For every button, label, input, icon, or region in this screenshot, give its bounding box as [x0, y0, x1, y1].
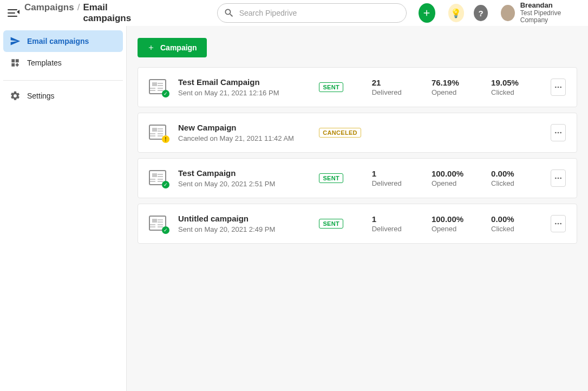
lightbulb-icon: 💡 — [450, 8, 461, 18]
stat-label: Opened — [432, 88, 480, 96]
status-badge: SENT — [319, 173, 343, 183]
svg-point-4 — [558, 132, 559, 134]
user-menu[interactable]: Breandan Test Pipedrive Company — [501, 2, 580, 25]
svg-point-1 — [558, 87, 559, 88]
stat-label: Clicked — [491, 225, 540, 233]
more-horizontal-icon — [554, 83, 563, 92]
stat-delivered: 1Delivered — [372, 214, 421, 233]
new-campaign-label: Campaign — [160, 43, 197, 52]
sidebar-item-label: Settings — [27, 92, 55, 100]
status-badge: SENT — [319, 219, 343, 229]
status-col: CANCELED — [319, 128, 361, 138]
campaign-card[interactable]: ✓Test Email CampaignSent on May 21, 2021… — [138, 67, 577, 107]
more-options-button[interactable] — [551, 124, 566, 141]
sidebar-item-templates[interactable]: Templates — [3, 52, 123, 74]
status-col: SENT — [319, 173, 361, 183]
svg-point-0 — [555, 87, 557, 88]
user-text: Breandan Test Pipedrive Company — [520, 2, 580, 25]
campaign-card[interactable]: ✓Untitled campaignSent on May 20, 2021 2… — [138, 204, 577, 244]
svg-point-11 — [560, 223, 561, 225]
stat-value: 21 — [372, 78, 421, 87]
stat-value: 0.00% — [491, 169, 540, 178]
gear-icon — [10, 90, 21, 101]
campaign-icon: ✓ — [149, 79, 167, 95]
sidebar-item-settings[interactable]: Settings — [3, 85, 123, 107]
more-horizontal-icon — [554, 174, 563, 183]
more-options-button[interactable] — [551, 79, 566, 96]
campaign-main: Test CampaignSent on May 20, 2021 2:51 P… — [178, 168, 308, 188]
svg-point-8 — [560, 178, 561, 179]
stat-clicked: 19.05%Clicked — [491, 78, 540, 96]
menu-toggle-icon[interactable] — [8, 7, 18, 19]
status-badge: SENT — [319, 82, 343, 92]
svg-point-10 — [558, 223, 559, 225]
send-icon — [10, 36, 21, 47]
check-icon: ✓ — [162, 226, 169, 234]
main-content: Campaign ✓Test Email CampaignSent on May… — [127, 26, 588, 391]
more-horizontal-icon — [554, 219, 563, 228]
sidebar-item-label: Email campaigns — [27, 37, 89, 45]
campaign-subtitle: Canceled on May 21, 2021 11:42 AM — [178, 134, 308, 142]
check-icon: ✓ — [162, 181, 169, 188]
status-col: SENT — [319, 219, 361, 229]
status-badge: CANCELED — [319, 128, 361, 138]
campaign-title: New Campaign — [178, 123, 308, 132]
campaign-title: Test Email Campaign — [178, 77, 308, 87]
more-options-button[interactable] — [551, 170, 566, 187]
search-icon — [224, 8, 234, 18]
stat-opened: 76.19%Opened — [432, 78, 480, 96]
stat-value: 1 — [372, 169, 421, 178]
stat-label: Clicked — [491, 88, 540, 96]
avatar — [501, 5, 515, 21]
stat-delivered: 1Delivered — [372, 169, 421, 187]
campaign-card[interactable]: ✓Test CampaignSent on May 20, 2021 2:51 … — [138, 158, 577, 198]
user-company: Test Pipedrive Company — [520, 10, 580, 25]
campaign-subtitle: Sent on May 21, 2021 12:16 PM — [178, 89, 308, 97]
stat-value: 76.19% — [432, 78, 480, 87]
search-input[interactable] — [217, 3, 407, 23]
question-icon: ? — [479, 9, 484, 18]
quick-add-button[interactable] — [419, 3, 435, 23]
stat-label: Delivered — [372, 88, 421, 96]
stat-label: Delivered — [372, 179, 421, 187]
svg-point-2 — [560, 87, 561, 88]
more-horizontal-icon — [554, 128, 563, 137]
stat-value: 1 — [372, 214, 421, 224]
sidebar-item-label: Templates — [27, 58, 62, 67]
stat-value: 100.00% — [432, 169, 480, 178]
search-wrap — [217, 3, 407, 23]
status-col: SENT — [319, 82, 361, 92]
stat-clicked: 0.00%Clicked — [491, 169, 540, 187]
svg-point-5 — [560, 132, 561, 134]
campaign-title: Untitled campaign — [178, 214, 308, 223]
stat-label: Opened — [432, 179, 480, 187]
breadcrumb-parent[interactable]: Campaigns — [24, 2, 74, 13]
breadcrumb: Campaigns / Email campaigns — [24, 2, 140, 24]
sidebar: Email campaigns Templates Settings — [0, 26, 127, 391]
svg-point-3 — [555, 132, 557, 134]
breadcrumb-current: Email campaigns — [83, 2, 140, 24]
stat-delivered: 21Delivered — [372, 78, 421, 96]
help-button[interactable]: ? — [474, 5, 488, 21]
breadcrumb-separator: / — [77, 2, 80, 13]
plus-icon — [422, 8, 432, 18]
stat-label: Clicked — [491, 179, 540, 187]
campaign-icon: ✓ — [149, 216, 167, 232]
stat-label: Opened — [432, 225, 480, 233]
check-icon: ✓ — [162, 90, 169, 97]
campaign-icon: ! — [149, 125, 167, 141]
stat-value: 0.00% — [491, 214, 540, 224]
campaign-card[interactable]: !New CampaignCanceled on May 21, 2021 11… — [138, 113, 577, 153]
svg-point-6 — [555, 178, 557, 179]
stat-value: 100.00% — [432, 214, 480, 224]
more-options-button[interactable] — [551, 215, 566, 232]
stat-value: 19.05% — [491, 78, 540, 87]
new-campaign-button[interactable]: Campaign — [138, 38, 207, 57]
warning-icon: ! — [162, 135, 169, 143]
topbar: Campaigns / Email campaigns 💡 ? Breandan… — [0, 0, 588, 26]
campaign-list: ✓Test Email CampaignSent on May 21, 2021… — [138, 67, 577, 244]
campaign-title: Test Campaign — [178, 168, 308, 178]
campaign-main: New CampaignCanceled on May 21, 2021 11:… — [178, 123, 308, 142]
sidebar-item-email-campaigns[interactable]: Email campaigns — [3, 30, 123, 52]
tips-button[interactable]: 💡 — [448, 4, 464, 22]
